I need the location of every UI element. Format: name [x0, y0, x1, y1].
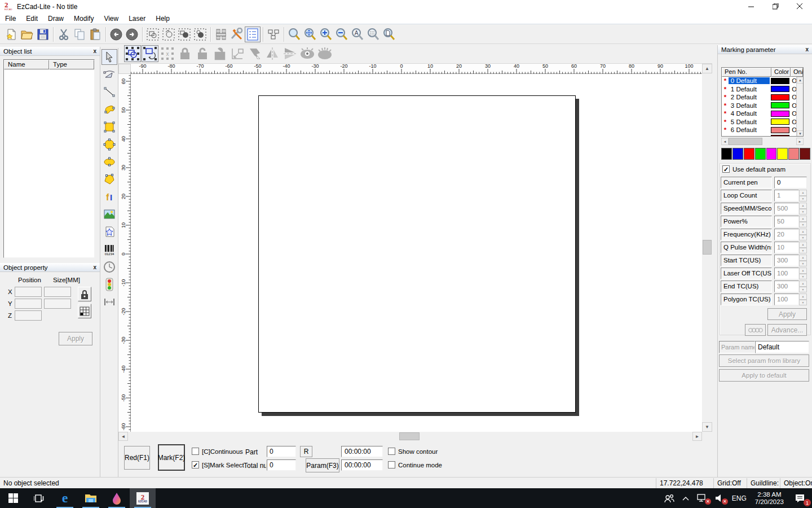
io-tool-button[interactable]: [102, 277, 117, 292]
show-contour-checkbox[interactable]: [388, 448, 395, 455]
save-button[interactable]: [35, 27, 51, 42]
spinner[interactable]: ▲▼: [799, 268, 807, 279]
pen-row-5[interactable]: *5 DefaultOn: [722, 118, 803, 126]
curve-tool-button[interactable]: [102, 102, 117, 117]
node-edit-tool-button[interactable]: [102, 67, 117, 82]
property-apply-button[interactable]: Apply: [59, 332, 92, 345]
continue-mode-checkbox[interactable]: [388, 461, 395, 468]
bitmap-tool-button[interactable]: [102, 207, 117, 222]
current-pen-value[interactable]: 0: [774, 177, 807, 189]
continue-mode-row[interactable]: Continue mode: [388, 461, 442, 468]
anchor-grid-button[interactable]: [78, 304, 91, 318]
pen-hscroll-thumb[interactable]: [729, 138, 762, 145]
use-default-param-row[interactable]: ✓ Use default param: [722, 165, 785, 173]
put-origin-button[interactable]: [229, 45, 246, 62]
menu-edit[interactable]: Edit: [21, 14, 43, 24]
open-button[interactable]: [19, 27, 35, 42]
continuous-checkbox[interactable]: [192, 448, 199, 455]
pos-y-input[interactable]: [15, 299, 42, 309]
spinner[interactable]: ▲▼: [799, 229, 807, 240]
new-button[interactable]: [3, 27, 19, 42]
barcode-tool-button[interactable]: 01234: [102, 242, 117, 257]
scroll-left-icon[interactable]: ◄: [118, 432, 128, 441]
mirror-v-button[interactable]: [281, 45, 298, 62]
network-icon[interactable]: ✕: [693, 488, 711, 508]
pen-row-6[interactable]: *6 DefaultOn: [722, 126, 803, 134]
transform-shear-button[interactable]: [192, 27, 208, 42]
lock-button[interactable]: [176, 45, 193, 62]
copy-button[interactable]: [72, 27, 87, 42]
action-center-icon[interactable]: 1: [788, 488, 812, 508]
spacing-tool-button[interactable]: [102, 294, 117, 310]
zoom-move-button[interactable]: [302, 27, 318, 42]
pen-table[interactable]: Pen No. Color On/ *0 DefaultOn *1 Defaul…: [721, 67, 804, 137]
preview-show-button[interactable]: [299, 45, 316, 62]
redo-button[interactable]: [124, 27, 140, 42]
swatch-red[interactable]: [744, 148, 754, 160]
spinner[interactable]: ▲▼: [799, 294, 807, 305]
minimize-button[interactable]: [739, 0, 764, 13]
swatch-salmon[interactable]: [788, 148, 799, 160]
object-list-box[interactable]: Name Type: [3, 59, 95, 258]
restore-button[interactable]: [764, 0, 788, 13]
apply-to-default-button[interactable]: Apply to default: [719, 369, 809, 382]
pen-row-3[interactable]: *3 DefaultOn: [722, 102, 803, 110]
hscroll-thumb[interactable]: [399, 432, 420, 440]
paint3d-taskbar-icon[interactable]: [104, 488, 130, 508]
volume-icon[interactable]: ✕: [711, 488, 728, 508]
pen-row-2[interactable]: *2 DefaultOn: [722, 93, 803, 102]
pen-row-1[interactable]: *1 DefaultOn: [722, 85, 803, 94]
pos-z-input[interactable]: [15, 310, 42, 321]
param-name-input[interactable]: Default: [755, 341, 809, 353]
pen-row-4[interactable]: *4 DefaultOn: [722, 110, 803, 118]
people-icon[interactable]: [660, 488, 678, 508]
fill-button[interactable]: [246, 45, 263, 62]
spinner[interactable]: ▲▼: [799, 216, 807, 227]
pos-x-input[interactable]: [15, 287, 42, 297]
pen-table-hscrollbar[interactable]: ◄ ►: [721, 138, 804, 145]
circle-tool-button[interactable]: [102, 137, 117, 152]
file-explorer-taskbar-icon[interactable]: [78, 488, 104, 508]
object-list-close-icon[interactable]: x: [93, 48, 96, 54]
tools-button[interactable]: [229, 27, 245, 42]
on-column[interactable]: On/: [791, 68, 803, 77]
unlock-button[interactable]: [194, 45, 211, 62]
paste-button[interactable]: [87, 27, 103, 42]
spinner[interactable]: ▲▼: [799, 281, 807, 292]
menu-view[interactable]: View: [99, 14, 123, 24]
trans-rotate-button[interactable]: [142, 45, 158, 62]
cut-button[interactable]: [56, 27, 72, 42]
swatch-magenta[interactable]: [766, 148, 777, 160]
spinner[interactable]: ▲▼: [799, 190, 807, 202]
pen-row-0[interactable]: *0 DefaultOn: [722, 77, 803, 85]
transform-size-button[interactable]: [176, 27, 192, 42]
column-type[interactable]: Type: [49, 60, 94, 69]
line-tool-button[interactable]: [102, 84, 117, 100]
ezcad-taskbar-icon[interactable]: 2 EZCAD: [130, 488, 156, 508]
ellipse-tool-button[interactable]: [102, 154, 117, 170]
mark-f2-button[interactable]: Mark(F2): [158, 444, 185, 471]
object-property-close-icon[interactable]: x: [93, 264, 96, 270]
pen-no-column[interactable]: Pen No.: [722, 68, 771, 77]
zoom-page-button[interactable]: [381, 27, 397, 42]
scroll-up-icon[interactable]: ▲: [797, 77, 804, 84]
polygon-tc-value[interactable]: 100: [774, 294, 799, 305]
swatch-blue[interactable]: [732, 148, 743, 160]
menu-help[interactable]: Help: [151, 14, 175, 24]
show-contour-row[interactable]: Show contour: [388, 448, 438, 455]
polygon-tool-button[interactable]: [102, 172, 117, 187]
text-tool-button[interactable]: fI: [102, 189, 117, 205]
structure-button[interactable]: [266, 27, 281, 42]
wobble-button[interactable]: [745, 324, 766, 336]
swatch-green[interactable]: [755, 148, 766, 160]
column-name[interactable]: Name: [4, 60, 49, 69]
preview-hide-button[interactable]: [316, 45, 333, 62]
undo-button[interactable]: [108, 27, 124, 42]
trans-pos-button[interactable]: [124, 45, 141, 62]
task-view-button[interactable]: [26, 488, 52, 508]
mark-select-row[interactable]: ✓ [S]Mark Select: [192, 461, 244, 468]
marking-apply-button[interactable]: Apply: [767, 308, 807, 320]
transform-rotate-button[interactable]: [161, 27, 176, 42]
r-button[interactable]: R: [300, 446, 312, 457]
param-f3-button[interactable]: Param(F3): [306, 458, 339, 472]
